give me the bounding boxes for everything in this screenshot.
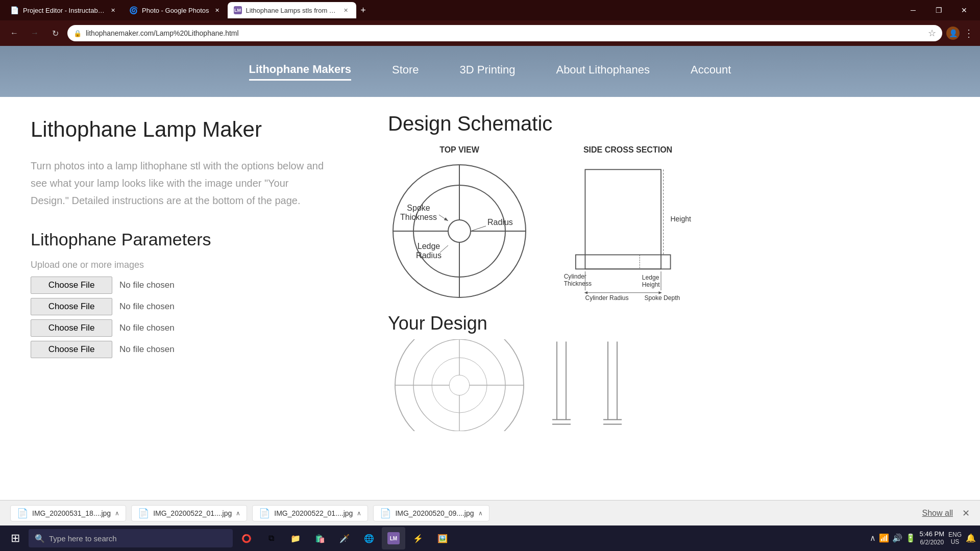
start-button[interactable]: ⊞ (4, 527, 27, 549)
choose-file-3[interactable]: Choose File (31, 319, 112, 337)
svg-text:Thickness: Thickness (564, 280, 592, 287)
taskbar-search[interactable]: 🔍 Type here to search (29, 529, 233, 547)
download-chevron-2[interactable]: ∧ (236, 510, 240, 517)
svg-text:Ledge: Ledge (642, 274, 659, 281)
download-chevron-3[interactable]: ∧ (357, 510, 361, 517)
tab-2-label: Photo - Google Photos (142, 7, 209, 14)
back-button[interactable]: ← (6, 25, 22, 41)
bookmark-icon[interactable]: ☆ (928, 28, 936, 39)
svg-text:Height: Height (642, 281, 660, 288)
download-item-1[interactable]: 📄 IMG_20200531_18....jpg ∧ (10, 505, 126, 521)
svg-text:Cylinder Radius: Cylinder Radius (585, 294, 628, 302)
battery-icon[interactable]: 🔋 (905, 533, 916, 543)
taskbar-store[interactable]: 🛍️ (308, 527, 332, 549)
download-icon-1: 📄 (17, 508, 28, 519)
downloads-close-button[interactable]: ✕ (962, 508, 970, 519)
tab-1-label: Project Editor - Instructables (23, 7, 105, 14)
url-text: lithophanemaker.com/Lamp%20Lithophane.ht… (86, 29, 924, 37)
taskbar-app1[interactable]: 🗡️ (333, 527, 356, 549)
design-side-preview (541, 339, 633, 431)
taskbar-task-view[interactable]: ⧉ (259, 527, 283, 549)
nav-about-lithophanes[interactable]: About Lithophanes (556, 63, 650, 80)
top-view-label: TOP VIEW (439, 145, 479, 155)
tab-2-close[interactable]: ✕ (213, 6, 222, 14)
taskbar-icons: ⭕ ⧉ 📁 🛍️ 🗡️ 🌐 LM ⚡ 🖼️ (235, 527, 454, 549)
reload-button[interactable]: ↻ (47, 25, 63, 41)
notification-icon[interactable]: 🔔 (966, 533, 976, 543)
side-cross-svg: Height Cylinder Thickness Ledge Height C… (561, 160, 694, 303)
download-item-4[interactable]: 📄 IMG_20200520_09....jpg ∧ (373, 505, 489, 521)
nav-lithophane-makers[interactable]: Lithophane Makers (249, 63, 351, 81)
side-label: SIDE CROSS SECTION (583, 145, 672, 155)
volume-icon[interactable]: 🔊 (892, 533, 902, 543)
taskbar-chrome[interactable]: 🌐 (357, 527, 381, 549)
svg-text:Cylinder: Cylinder (564, 273, 586, 280)
svg-marker-31 (658, 291, 662, 294)
svg-rect-16 (585, 169, 661, 269)
profile-avatar[interactable]: 👤 (946, 27, 960, 40)
choose-file-4[interactable]: Choose File (31, 341, 112, 358)
nav-store[interactable]: Store (392, 63, 419, 80)
more-options-button[interactable]: ⋮ (964, 27, 974, 39)
maximize-button[interactable]: ❐ (927, 2, 950, 18)
taskbar-lithophane[interactable]: LM (382, 527, 405, 549)
side-line-2 (592, 339, 633, 431)
top-view-svg: Spoke Thickness Radius Ledge Radius (388, 160, 531, 303)
nav-account[interactable]: Account (691, 63, 731, 80)
clock[interactable]: 5:46 PM 6/2/2020 (920, 530, 944, 546)
svg-text:Radius: Radius (487, 218, 513, 227)
taskbar-img-viewer[interactable]: 🖼️ (431, 527, 454, 549)
systray: ∧ 📶 🔊 🔋 (870, 533, 916, 543)
taskbar-right: ∧ 📶 🔊 🔋 5:46 PM 6/2/2020 ENG US 🔔 (870, 530, 976, 546)
download-chevron-4[interactable]: ∧ (478, 510, 483, 517)
choose-file-2[interactable]: Choose File (31, 298, 112, 315)
svg-text:Height: Height (671, 215, 691, 223)
download-item-3[interactable]: 📄 IMG_20200522_01....jpg ∧ (252, 505, 368, 521)
svg-point-2 (448, 220, 471, 242)
tab-2[interactable]: 🌀 Photo - Google Photos ✕ (123, 2, 228, 18)
side-line-1 (541, 339, 582, 431)
design-top-preview (388, 339, 531, 431)
file-name-1: No file chosen (119, 280, 175, 290)
nav-3d-printing[interactable]: 3D Printing (460, 63, 516, 80)
downloads-bar: 📄 IMG_20200531_18....jpg ∧ 📄 IMG_2020052… (0, 500, 980, 525)
show-all-button[interactable]: Show all (922, 509, 953, 518)
svg-text:Spoke Depth: Spoke Depth (645, 294, 680, 302)
download-label-4: IMG_20200520_09....jpg (395, 509, 474, 517)
date-display: 6/2/2020 (920, 539, 944, 547)
download-label-2: IMG_20200522_01....jpg (153, 509, 232, 517)
taskbar-file-explorer[interactable]: 📁 (284, 527, 307, 549)
download-label-1: IMG_20200531_18....jpg (32, 509, 111, 517)
svg-text:Radius: Radius (416, 251, 442, 260)
time-display: 5:46 PM (920, 530, 944, 539)
file-row-1: Choose File No file chosen (31, 277, 327, 294)
tab-1[interactable]: 📄 Project Editor - Instructables ✕ (4, 2, 123, 18)
svg-rect-17 (576, 255, 671, 269)
forward-button[interactable]: → (27, 25, 43, 41)
tab-3[interactable]: LM Lithophane Lamps stls from you... ✕ (228, 2, 356, 18)
taskbar-search-app[interactable]: ⭕ (235, 527, 258, 549)
systray-expand[interactable]: ∧ (870, 533, 876, 543)
window-controls: ─ ❐ ✕ (901, 2, 976, 18)
download-item-2[interactable]: 📄 IMG_20200522_01....jpg ∧ (131, 505, 247, 521)
wifi-icon[interactable]: 📶 (879, 533, 889, 543)
svg-marker-30 (584, 291, 588, 294)
tab-1-close[interactable]: ✕ (109, 6, 117, 14)
address-bar: ← → ↻ 🔒 lithophanemaker.com/Lamp%20Litho… (0, 20, 980, 46)
your-design-preview (388, 339, 949, 431)
your-design-title: Your Design (388, 313, 949, 334)
taskbar-arduino[interactable]: ⚡ (406, 527, 430, 549)
svg-point-35 (449, 375, 470, 395)
file-row-3: Choose File No file chosen (31, 319, 327, 337)
new-tab-button[interactable]: + (356, 3, 371, 17)
search-placeholder-text: Type here to search (49, 534, 117, 543)
minimize-button[interactable]: ─ (901, 2, 925, 18)
download-chevron-1[interactable]: ∧ (115, 510, 119, 517)
close-button[interactable]: ✕ (952, 2, 976, 18)
file-name-2: No file chosen (119, 302, 175, 312)
svg-line-9 (439, 215, 448, 221)
address-input[interactable]: 🔒 lithophanemaker.com/Lamp%20Lithophane.… (67, 25, 942, 41)
tab-3-close[interactable]: ✕ (342, 6, 350, 14)
tab-3-label: Lithophane Lamps stls from you... (246, 7, 338, 14)
choose-file-1[interactable]: Choose File (31, 277, 112, 294)
